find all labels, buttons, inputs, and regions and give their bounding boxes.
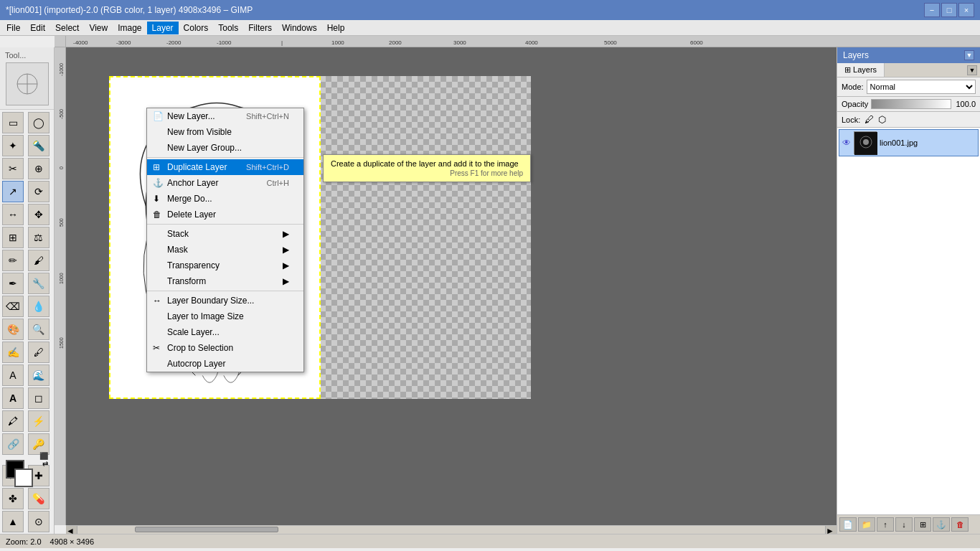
tool-extra-5[interactable]: ▲ [2, 511, 24, 532]
anchor-layer-label: Anchor Layer [167, 178, 218, 188]
menu-edit[interactable]: Edit [25, 22, 50, 34]
tool-color-picker[interactable]: ⚡ [28, 410, 50, 432]
anchor-layer-btn[interactable]: ⚓ [933, 517, 950, 532]
maximize-button[interactable]: □ [941, 3, 957, 17]
mode-select[interactable]: Normal Multiply Screen Overlay [867, 80, 976, 94]
scale-layer-label: Scale Layer... [167, 327, 220, 337]
lock-alpha-icon[interactable]: ⬡ [878, 114, 886, 125]
merge-down-icon: ⬇ [153, 194, 160, 204]
menu-new-from-visible[interactable]: New from Visible [147, 124, 303, 140]
layer-item-lion001[interactable]: 👁 lion001.jpg [839, 129, 979, 156]
h-scrollbar[interactable]: ◄ ► [66, 525, 837, 534]
opacity-slider[interactable] [871, 99, 951, 109]
raise-layer-btn[interactable]: ↑ [877, 517, 894, 532]
menu-mask[interactable]: Mask ▶ [147, 242, 303, 258]
tool-perspective[interactable]: ⚖ [28, 227, 50, 248]
menu-filters[interactable]: Filters [243, 22, 277, 34]
title-controls: − □ × [924, 3, 974, 17]
tool-move[interactable]: ↗ [2, 181, 24, 202]
tool-rect-select[interactable]: ▭ [2, 112, 24, 133]
svg-text:4000: 4000 [525, 39, 538, 46]
tool-eraser[interactable]: ⌫ [2, 296, 24, 317]
menu-new-layer[interactable]: 📄 New Layer... Shift+Ctrl+N [147, 108, 303, 124]
delete-layer-btn[interactable]: 🗑 [951, 517, 969, 532]
menu-duplicate-layer[interactable]: ⊞ Duplicate Layer Shift+Ctrl+D [147, 159, 303, 175]
tool-fuzzy-select[interactable]: 🔦 [28, 135, 50, 156]
svg-text:0: 0 [59, 166, 64, 169]
menu-image[interactable]: Image [113, 22, 146, 34]
menu-transform[interactable]: Transform ▶ [147, 273, 303, 289]
scroll-right-btn[interactable]: ► [825, 526, 837, 534]
scroll-left-btn[interactable]: ◄ [66, 526, 77, 534]
lock-pixels-icon[interactable]: 🖊 [864, 114, 874, 125]
tool-crop[interactable]: 🖌 [28, 250, 50, 271]
menu-tools[interactable]: Tools [213, 22, 243, 34]
menu-layer[interactable]: Layer [147, 22, 179, 34]
tool-heal[interactable]: ✍ [2, 342, 24, 363]
image-size: 4908 × 3496 [50, 537, 94, 546]
new-layer-btn[interactable]: 📄 [839, 517, 857, 532]
tool-extra-3[interactable]: ✤ [2, 488, 24, 509]
background-color[interactable] [14, 468, 33, 487]
menu-merge-down[interactable]: ⬇ Merge Do... [147, 191, 303, 207]
tool-dodge-burn[interactable]: 🌊 [28, 364, 50, 386]
menu-crop-to-selection[interactable]: ✂ Crop to Selection [147, 340, 303, 356]
close-button[interactable]: × [958, 3, 974, 17]
menu-delete-layer[interactable]: 🗑 Delete Layer [147, 207, 303, 222]
tool-rotate[interactable]: ↔ [2, 204, 24, 225]
menu-layer-boundary-size[interactable]: ↔ Layer Boundary Size... [147, 293, 303, 309]
new-group-btn[interactable]: 📁 [858, 517, 875, 532]
scroll-thumb[interactable] [135, 527, 278, 532]
tool-grid: ▭ ◯ ✦ 🔦 ✂ ⊕ ↗ ⟳ ↔ ✥ ⊞ ⚖ ✏ 🖌 ✒ 🔧 ⌫ 💧 🎨 🔍 [0, 110, 54, 457]
swap-colors-icon[interactable]: ⇄ [42, 460, 48, 468]
tool-align[interactable]: ⟳ [28, 181, 50, 202]
menu-new-layer-group[interactable]: New Layer Group... [147, 140, 303, 156]
menu-bar: File Edit Select View Image Layer Colors… [0, 20, 980, 36]
menu-select[interactable]: Select [50, 22, 84, 34]
tool-clone[interactable]: 🔍 [28, 319, 50, 340]
menu-anchor-layer[interactable]: ⚓ Anchor Layer Ctrl+H [147, 175, 303, 191]
menu-autocrop-layer[interactable]: Autocrop Layer [147, 356, 303, 372]
layer-boundary-size-label: Layer Boundary Size... [167, 296, 254, 306]
delete-layer-label: Delete Layer [167, 209, 216, 220]
panel-configure-btn[interactable]: ▼ [964, 50, 974, 60]
minimize-button[interactable]: − [924, 3, 940, 17]
menu-windows[interactable]: Windows [277, 22, 322, 34]
menu-view[interactable]: View [84, 22, 113, 34]
tool-smudge[interactable]: A [2, 364, 24, 386]
layer-visibility-icon[interactable]: 👁 [842, 138, 851, 148]
reset-colors-icon[interactable]: ⬛ [39, 452, 48, 460]
tab-layers[interactable]: ⊞ Layers [837, 63, 885, 77]
tool-ellipse-select[interactable]: ◯ [28, 112, 50, 133]
tool-measure[interactable]: 🔗 [2, 433, 24, 455]
tab-menu-btn[interactable]: ▼ [967, 65, 977, 75]
tool-scale[interactable]: ✥ [28, 204, 50, 225]
tool-bucket-fill[interactable]: ◻ [28, 387, 50, 409]
menu-scale-layer[interactable]: Scale Layer... [147, 324, 303, 340]
tool-flip[interactable]: ✏ [2, 250, 24, 271]
duplicate-layer-footer-btn[interactable]: ⊞ [914, 517, 931, 532]
layers-panel-title: Layers [843, 50, 869, 60]
tool-blend[interactable]: 🖍 [2, 410, 24, 432]
new-layer-group-label: New Layer Group... [167, 143, 242, 153]
menu-layer-to-image-size[interactable]: Layer to Image Size [147, 309, 303, 324]
tool-pencil[interactable]: ✒ [2, 273, 24, 294]
tool-shear[interactable]: ⊞ [2, 227, 24, 248]
tool-ink[interactable]: 🎨 [2, 319, 24, 340]
menu-file[interactable]: File [1, 22, 25, 34]
tool-airbrush[interactable]: 💧 [28, 296, 50, 317]
tool-text[interactable]: A [2, 387, 24, 409]
menu-transparency[interactable]: Transparency ▶ [147, 258, 303, 273]
menu-help[interactable]: Help [322, 22, 350, 34]
status-bar: Zoom: 2.0 4908 × 3496 [0, 534, 980, 548]
tool-paintbrush[interactable]: 🔧 [28, 273, 50, 294]
tool-free-select[interactable]: ✦ [2, 135, 24, 156]
tool-blur-sharpen[interactable]: 🖋 [28, 342, 50, 363]
tool-paths[interactable]: ⊕ [28, 158, 50, 179]
tool-extra-4[interactable]: 💊 [28, 488, 50, 509]
menu-stack[interactable]: Stack ▶ [147, 226, 303, 242]
menu-colors[interactable]: Colors [179, 22, 214, 34]
tool-scissors[interactable]: ✂ [2, 158, 24, 179]
lower-layer-btn[interactable]: ↓ [895, 517, 913, 532]
tool-extra-6[interactable]: ⊙ [28, 511, 50, 532]
